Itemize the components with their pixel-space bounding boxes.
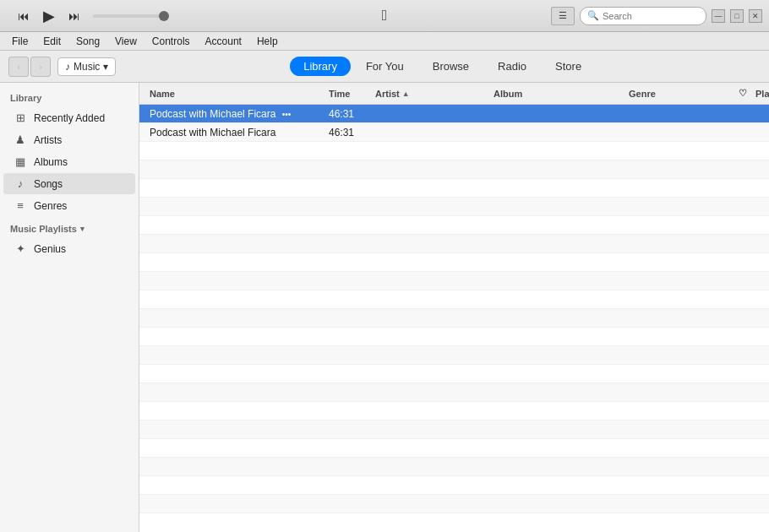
genres-icon: ≡: [14, 199, 27, 212]
sidebar-item-genres[interactable]: ≡ Genres: [3, 195, 135, 216]
menu-icon-button[interactable]: ☰: [551, 7, 575, 25]
minimize-button[interactable]: —: [712, 9, 725, 23]
col-header-time[interactable]: Time: [329, 89, 375, 99]
sidebar-item-albums[interactable]: ▦ Albums: [3, 151, 135, 172]
row-time: 46:31: [329, 108, 375, 120]
col-header-artist[interactable]: Artist ▲: [375, 89, 494, 99]
table-row[interactable]: [139, 216, 769, 235]
sidebar-item-genius[interactable]: ✦ Genius: [3, 238, 135, 259]
content-area: Name Time Artist ▲ Album Genre ♡ Plays: [139, 83, 769, 532]
menu-bar: File Edit Song View Controls Account Hel…: [0, 32, 769, 51]
menu-edit[interactable]: Edit: [36, 34, 68, 49]
tab-radio[interactable]: Radio: [484, 57, 540, 76]
tab-for-you[interactable]: For You: [352, 57, 417, 76]
recently-added-icon: ⊞: [14, 111, 27, 124]
table-row[interactable]: [139, 346, 769, 365]
nav-bar: ‹ › ♪ Music ▾ Library For You Browse Rad…: [0, 51, 769, 83]
table-row[interactable]: [139, 179, 769, 198]
col-header-name[interactable]: Name: [143, 89, 329, 99]
col-header-album[interactable]: Album: [494, 89, 629, 99]
nav-forward-button[interactable]: ›: [30, 57, 51, 77]
tab-group: Library For You Browse Radio Store: [290, 57, 595, 76]
progress-track[interactable]: [93, 14, 169, 18]
menu-help[interactable]: Help: [250, 34, 285, 49]
row-name: Podcast with Michael Ficara •••: [143, 108, 329, 120]
search-input[interactable]: [603, 11, 699, 21]
sort-arrow-icon: ▲: [402, 90, 410, 98]
table-row[interactable]: [139, 198, 769, 216]
tab-library[interactable]: Library: [290, 57, 351, 76]
sidebar-item-label: Artists: [34, 134, 62, 146]
table-row[interactable]: [139, 383, 769, 402]
table-row[interactable]: [139, 365, 769, 383]
sidebar-item-label: Genius: [34, 243, 66, 255]
restore-button[interactable]: □: [730, 9, 744, 23]
table-row[interactable]: [139, 476, 769, 495]
progress-area: [93, 14, 169, 18]
table-row[interactable]: [139, 160, 769, 179]
table-row[interactable]: [139, 328, 769, 346]
table-row[interactable]: Podcast with Michael Ficara 46:31: [139, 123, 769, 142]
table-row[interactable]: [139, 439, 769, 458]
table-row[interactable]: [139, 458, 769, 476]
music-selector[interactable]: ♪ Music ▾: [57, 57, 116, 76]
genius-icon: ✦: [14, 242, 27, 255]
nav-arrows: ‹ ›: [8, 57, 51, 77]
table-row[interactable]: [139, 142, 769, 160]
progress-thumb[interactable]: [159, 11, 169, 21]
sidebar-item-recently-added[interactable]: ⊞ Recently Added: [3, 107, 135, 128]
sidebar-item-label: Recently Added: [34, 112, 105, 124]
search-icon: 🔍: [587, 10, 599, 21]
apple-logo: : [382, 7, 388, 24]
close-button[interactable]: ✕: [749, 9, 762, 23]
artists-icon: ♟: [14, 133, 27, 146]
menu-controls[interactable]: Controls: [145, 34, 197, 49]
tab-browse[interactable]: Browse: [419, 57, 483, 76]
table-row[interactable]: [139, 309, 769, 328]
menu-view[interactable]: View: [108, 34, 144, 49]
music-note-icon: ♪: [65, 61, 70, 73]
playlists-label-text: Music Playlists: [10, 224, 77, 234]
nav-back-button[interactable]: ‹: [8, 57, 29, 77]
dots-icon: •••: [282, 110, 292, 119]
playlists-chevron-icon: ▾: [80, 225, 85, 233]
music-selector-chevron: ▾: [103, 61, 108, 73]
play-button[interactable]: ▶: [39, 6, 59, 26]
prev-button[interactable]: ⏮: [14, 6, 34, 26]
playback-controls: ⏮ ▶ ⏭: [14, 6, 85, 26]
table-row[interactable]: [139, 253, 769, 272]
col-header-genre[interactable]: Genre: [629, 89, 730, 99]
menu-account[interactable]: Account: [199, 34, 248, 49]
row-name: Podcast with Michael Ficara: [143, 127, 329, 138]
table-row[interactable]: [139, 402, 769, 421]
playlists-section-label[interactable]: Music Playlists ▾: [0, 217, 139, 237]
next-button[interactable]: ⏭: [64, 6, 85, 26]
sidebar-item-label: Genres: [34, 200, 67, 212]
table-row[interactable]: [139, 272, 769, 290]
sidebar-item-songs[interactable]: ♪ Songs: [3, 173, 135, 194]
sidebar-item-label: Albums: [34, 156, 68, 168]
col-header-heart[interactable]: ♡: [730, 88, 755, 99]
tab-store[interactable]: Store: [542, 57, 595, 76]
table-row[interactable]: [139, 495, 769, 513]
table-row[interactable]: [139, 290, 769, 309]
table-header: Name Time Artist ▲ Album Genre ♡ Plays: [139, 83, 769, 105]
sidebar-item-label: Songs: [34, 178, 63, 190]
menu-file[interactable]: File: [5, 34, 35, 49]
table-row[interactable]: [139, 421, 769, 439]
row-time: 46:31: [329, 127, 375, 138]
sidebar-item-artists[interactable]: ♟ Artists: [3, 129, 135, 150]
menu-song[interactable]: Song: [69, 34, 106, 49]
sidebar: Library ⊞ Recently Added ♟ Artists ▦ Alb…: [0, 83, 139, 532]
table-body: Podcast with Michael Ficara ••• 46:31 Po…: [139, 105, 769, 532]
songs-icon: ♪: [14, 177, 27, 190]
table-row[interactable]: [139, 235, 769, 253]
search-box[interactable]: 🔍: [580, 7, 706, 25]
title-bar-right: ☰ 🔍 — □ ✕: [551, 7, 762, 25]
table-row[interactable]: Podcast with Michael Ficara ••• 46:31: [139, 105, 769, 123]
main-layout: Library ⊞ Recently Added ♟ Artists ▦ Alb…: [0, 83, 769, 532]
col-header-plays[interactable]: Plays: [755, 89, 769, 99]
title-bar: ⏮ ▶ ⏭  ☰ 🔍 — □ ✕: [0, 0, 769, 32]
albums-icon: ▦: [14, 155, 27, 168]
library-section-label: Library: [0, 86, 139, 106]
